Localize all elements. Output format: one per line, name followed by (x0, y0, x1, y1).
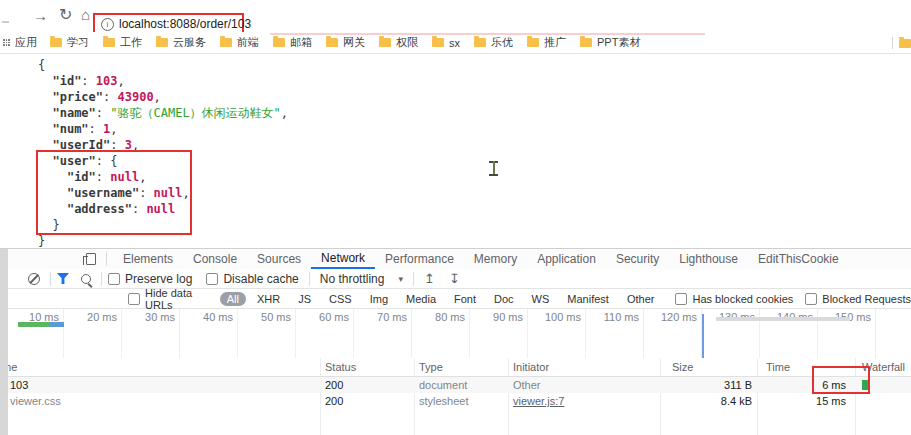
tab-performance[interactable]: Performance (375, 249, 464, 269)
filter-pill-img[interactable]: Img (363, 292, 395, 306)
bookmark-apps[interactable]: 应用 (3, 35, 37, 50)
bookmarks-separator (892, 37, 893, 49)
browser-window: → ↻ ⌂ i localhost:8088/order/103 应用 学习 (0, 0, 911, 435)
export-har-icon[interactable]: ↧ (449, 272, 460, 285)
overview-request-bar-blue (49, 322, 64, 327)
timeline-tick-label: 80 ms (412, 309, 470, 358)
network-overview-timeline[interactable]: 10 ms20 ms30 ms40 ms50 ms60 ms70 ms80 ms… (0, 309, 911, 359)
overview-grey-bar (716, 317, 850, 321)
bookmark-folder[interactable]: PPT素材 (580, 35, 640, 50)
folder-icon (432, 38, 444, 47)
reload-icon[interactable]: ↻ (59, 7, 72, 22)
filter-funnel-icon[interactable] (57, 273, 69, 284)
column-time[interactable]: Time (766, 361, 790, 373)
request-name[interactable]: 103 (10, 379, 28, 391)
timeline-tick-label: 40 ms (180, 309, 238, 358)
filter-pill-css[interactable]: CSS (322, 292, 359, 306)
throttling-select[interactable]: No throttling (320, 272, 385, 286)
bookmark-folder[interactable]: 推广 (527, 35, 566, 50)
folder-icon (50, 38, 62, 47)
filter-pill-js[interactable]: JS (291, 292, 318, 306)
clear-icon[interactable] (28, 273, 40, 285)
device-toolbar-icon[interactable] (86, 253, 96, 265)
has-blocked-cookies-label[interactable]: Has blocked cookies (692, 293, 793, 305)
tab-editthiscookie[interactable]: EditThisCookie (748, 249, 849, 269)
bookmark-folder[interactable]: 学习 (50, 35, 89, 50)
forward-icon[interactable]: → (33, 8, 48, 23)
filter-pill-ws[interactable]: WS (525, 292, 557, 306)
back-icon[interactable] (2, 21, 9, 23)
bookmark-folder[interactable]: 邮箱 (273, 35, 312, 50)
bookmark-folder[interactable]: 权限 (379, 35, 418, 50)
disable-cache-label[interactable]: Disable cache (223, 272, 298, 286)
home-icon[interactable]: ⌂ (81, 7, 90, 22)
request-initiator-link[interactable]: viewer.js:7 (513, 395, 564, 407)
bookmark-label: 学习 (67, 35, 89, 50)
bookmark-folder[interactable]: sx (432, 37, 460, 49)
window-edge-strip (0, 249, 8, 435)
blocked-requests-label[interactable]: Blocked Requests (822, 293, 911, 305)
network-filter-row: Hide data URLs All XHR JS CSS Img Media … (0, 289, 911, 309)
disable-cache-checkbox[interactable] (206, 273, 218, 285)
bookmark-label: 工作 (120, 35, 142, 50)
tab-network[interactable]: Network (311, 249, 375, 269)
folder-icon (580, 38, 592, 47)
filter-pill-manifest[interactable]: Manifest (560, 292, 616, 306)
bookmark-folder[interactable]: 工作 (103, 35, 142, 50)
request-name[interactable]: viewer.css (10, 395, 61, 407)
column-initiator[interactable]: Initiator (513, 361, 549, 373)
tab-lighthouse[interactable]: Lighthouse (669, 249, 748, 269)
filter-pill-xhr[interactable]: XHR (250, 292, 287, 306)
page-info-icon[interactable]: i (101, 18, 114, 31)
timeline-tick-label: 120 ms (644, 309, 702, 358)
bookmark-label: 邮箱 (290, 35, 312, 50)
tab-sources[interactable]: Sources (247, 249, 311, 269)
hide-data-urls-label[interactable]: Hide data URLs (145, 287, 212, 311)
folder-icon[interactable] (899, 39, 911, 48)
filter-pill-doc[interactable]: Doc (487, 292, 521, 306)
bookmark-folder[interactable]: 乐优 (474, 35, 513, 50)
filter-pill-other[interactable]: Other (620, 292, 662, 306)
preserve-log-label[interactable]: Preserve log (125, 272, 192, 286)
bookmark-folder[interactable]: 前端 (220, 35, 259, 50)
has-blocked-cookies-checkbox[interactable] (675, 293, 687, 305)
divider (50, 272, 51, 286)
bookmark-label: sx (449, 37, 460, 49)
annotation-faint-line (270, 33, 705, 35)
blocked-requests-checkbox[interactable] (805, 293, 817, 305)
tab-console[interactable]: Console (183, 249, 247, 269)
column-status[interactable]: Status (325, 361, 356, 373)
timeline-tick-label: 30 ms (122, 309, 180, 358)
hide-data-urls-checkbox[interactable] (128, 293, 140, 305)
tab-security[interactable]: Security (606, 249, 669, 269)
bookmark-folder[interactable]: 云服务 (156, 35, 206, 50)
request-status: 200 (325, 395, 343, 407)
url-text[interactable]: localhost:8088/order/103 (119, 17, 251, 31)
timeline-tick-label: 110 ms (586, 309, 644, 358)
column-size[interactable]: Size (672, 361, 693, 373)
table-row[interactable]: viewer.css 200 stylesheet viewer.js:7 8.… (0, 393, 911, 409)
request-initiator: Other (513, 379, 541, 391)
column-type[interactable]: Type (419, 361, 443, 373)
tab-application[interactable]: Application (527, 249, 606, 269)
request-type: stylesheet (419, 395, 469, 407)
divider (413, 272, 414, 286)
divider (309, 272, 310, 286)
folder-icon (273, 38, 285, 47)
chevron-down-icon[interactable]: ▾ (398, 274, 403, 284)
filter-pill-all[interactable]: All (220, 292, 246, 306)
tab-elements[interactable]: Elements (113, 249, 183, 269)
bookmark-folder[interactable]: 网关 (326, 35, 365, 50)
browser-toolbar: → ↻ ⌂ i localhost:8088/order/103 (0, 0, 911, 32)
search-icon[interactable] (81, 274, 91, 284)
folder-icon (220, 38, 232, 47)
filter-pill-media[interactable]: Media (399, 292, 443, 306)
text-cursor (489, 161, 498, 176)
table-row[interactable]: 103 200 document Other 311 B 6 ms (0, 377, 911, 393)
filter-pill-font[interactable]: Font (447, 292, 483, 306)
preserve-log-checkbox[interactable] (108, 273, 120, 285)
divider (101, 272, 102, 286)
bookmark-label: 网关 (343, 35, 365, 50)
tab-memory[interactable]: Memory (464, 249, 527, 269)
import-har-icon[interactable]: ↥ (424, 272, 435, 285)
